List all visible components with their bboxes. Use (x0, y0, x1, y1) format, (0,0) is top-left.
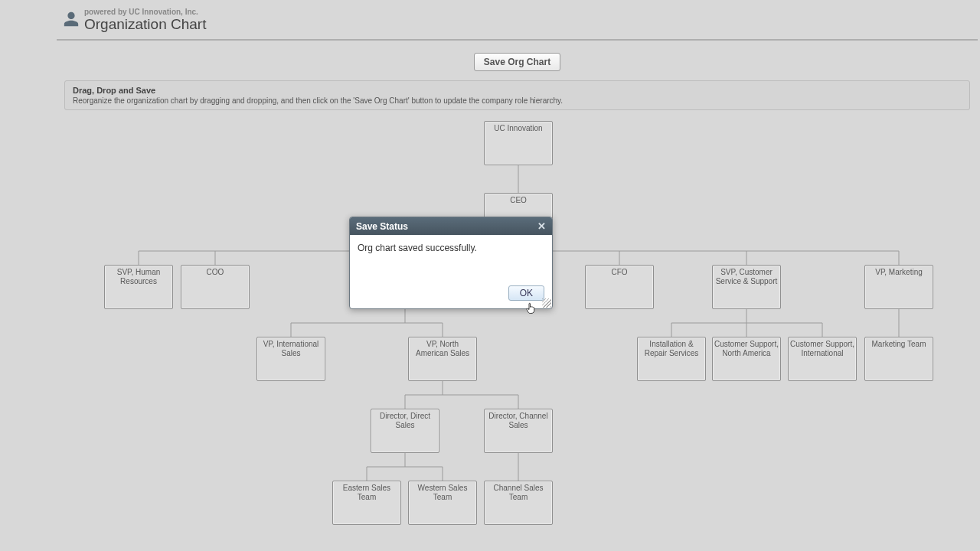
node-customer-support-intl[interactable]: Customer Support, International (788, 337, 857, 381)
node-installation-repair[interactable]: Installation & Repair Services (637, 337, 706, 381)
node-western-sales-team[interactable]: Western Sales Team (408, 481, 477, 525)
node-label: Customer Support, International (790, 340, 854, 358)
help-heading: Drag, Drop and Save (73, 86, 962, 95)
node-label: COO (183, 268, 247, 277)
page-title: Organization Chart (84, 16, 206, 33)
node-vp-north-american-sales[interactable]: VP, North American Sales (408, 337, 477, 381)
dialog-footer: OK (350, 281, 552, 308)
node-label: UC Innovation (486, 124, 550, 133)
help-banner: Drag, Drop and Save Reorganize the organ… (64, 80, 970, 110)
node-svp-customer-service[interactable]: SVP, Customer Service & Support (712, 265, 781, 309)
node-channel-sales-team[interactable]: Channel Sales Team (484, 481, 553, 525)
node-director-direct-sales[interactable]: Director, Direct Sales (371, 409, 439, 453)
node-director-channel-sales[interactable]: Director, Channel Sales (484, 409, 553, 453)
node-vp-marketing[interactable]: VP, Marketing (864, 265, 933, 309)
node-svp-hr[interactable]: SVP, Human Resources (104, 265, 173, 309)
node-label: SVP, Customer Service & Support (714, 268, 779, 286)
node-label: SVP, Human Resources (106, 268, 171, 286)
page-header: powered by UC Innovation, Inc. Organizat… (57, 0, 978, 39)
header-divider (57, 39, 978, 41)
node-label: VP, International Sales (259, 340, 323, 358)
node-label: Director, Channel Sales (486, 412, 550, 430)
header-text: powered by UC Innovation, Inc. Organizat… (84, 8, 206, 33)
node-vp-international-sales[interactable]: VP, International Sales (256, 337, 325, 381)
dialog-header[interactable]: Save Status ✕ (350, 217, 552, 235)
node-coo[interactable]: COO (181, 265, 250, 309)
help-body: Reorganize the organization chart by dra… (73, 96, 962, 105)
node-marketing-team[interactable]: Marketing Team (864, 337, 933, 381)
ok-button[interactable]: OK (508, 285, 544, 301)
node-label: Marketing Team (867, 340, 931, 349)
node-label: Director, Direct Sales (373, 412, 437, 430)
save-status-dialog: Save Status ✕ Org chart saved successful… (349, 217, 553, 309)
dialog-message: Org chart saved successfully. (358, 243, 477, 253)
resize-handle[interactable] (542, 298, 551, 308)
org-chart-area: UC Innovation CEO SVP, Human Resources C… (57, 116, 978, 545)
node-label: VP, Marketing (867, 268, 931, 277)
node-label: CEO (486, 196, 550, 205)
node-uc-innovation[interactable]: UC Innovation (484, 121, 553, 165)
dialog-body: Org chart saved successfully. (350, 235, 552, 281)
dialog-title: Save Status (356, 221, 408, 232)
node-label: Eastern Sales Team (335, 484, 399, 502)
node-label: Channel Sales Team (486, 484, 550, 502)
org-icon (63, 11, 80, 28)
node-label: Customer Support, North America (714, 340, 779, 358)
node-customer-support-na[interactable]: Customer Support, North America (712, 337, 781, 381)
close-icon[interactable]: ✕ (537, 220, 546, 232)
node-label: CFO (587, 268, 652, 277)
node-cfo[interactable]: CFO (585, 265, 654, 309)
node-label: Installation & Repair Services (639, 340, 704, 358)
node-label: VP, North American Sales (410, 340, 475, 358)
save-org-chart-button[interactable]: Save Org Chart (474, 53, 560, 71)
node-eastern-sales-team[interactable]: Eastern Sales Team (332, 481, 401, 525)
powered-by: powered by UC Innovation, Inc. (84, 8, 206, 16)
node-label: Western Sales Team (410, 484, 475, 502)
toolbar: Save Org Chart (57, 48, 978, 80)
